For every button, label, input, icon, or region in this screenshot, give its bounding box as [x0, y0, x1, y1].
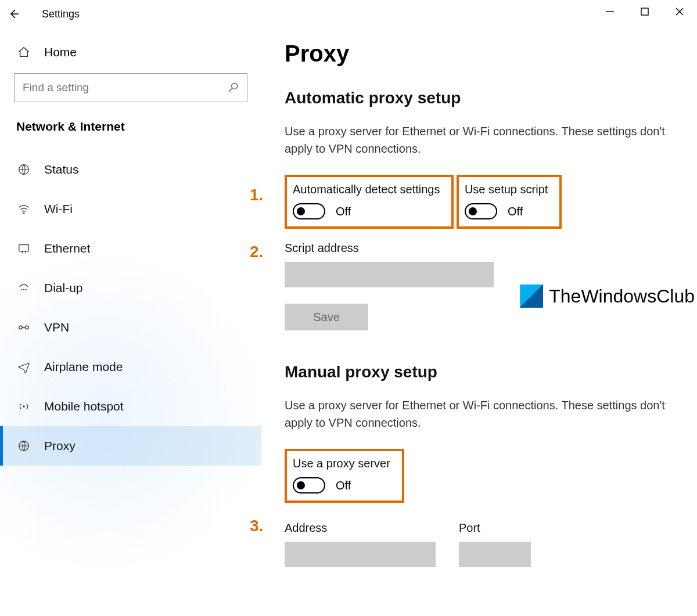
- svg-point-13: [26, 289, 27, 290]
- svg-point-12: [23, 289, 24, 290]
- sidebar-item-label: Dial-up: [44, 281, 83, 295]
- globe-icon: [16, 162, 31, 177]
- sidebar-item-status[interactable]: Status: [0, 150, 261, 189]
- use-proxy-toggle[interactable]: [293, 477, 325, 493]
- airplane-icon: [16, 359, 31, 374]
- svg-point-14: [19, 326, 23, 329]
- address-label: Address: [285, 521, 436, 535]
- svg-rect-1: [641, 8, 648, 15]
- maximize-button[interactable]: [627, 0, 662, 23]
- search-field-wrap: [14, 73, 247, 102]
- svg-rect-8: [19, 245, 29, 251]
- sidebar-item-proxy[interactable]: Proxy: [0, 426, 261, 466]
- sidebar-item-label: Proxy: [44, 439, 76, 453]
- annotation-box-2: Use setup script Off: [457, 175, 562, 229]
- watermark: TheWindowsClub: [520, 284, 695, 308]
- ethernet-icon: [16, 241, 31, 256]
- minimize-button[interactable]: [592, 0, 627, 23]
- titlebar: Settings: [0, 0, 697, 28]
- annotation-2: 2.: [250, 243, 263, 261]
- home-nav[interactable]: Home: [0, 35, 261, 70]
- save-button: Save: [285, 304, 368, 330]
- sidebar-item-label: Wi-Fi: [44, 202, 73, 216]
- back-arrow-icon: [8, 8, 20, 20]
- back-button[interactable]: [0, 0, 28, 28]
- sidebar-item-vpn[interactable]: VPN: [0, 308, 261, 347]
- window-title: Settings: [28, 8, 80, 20]
- auto-detect-toggle[interactable]: [293, 203, 325, 219]
- sidebar-item-hotspot[interactable]: Mobile hotspot: [0, 387, 261, 426]
- use-script-toggle[interactable]: [465, 203, 497, 219]
- port-input: [459, 542, 531, 567]
- minimize-icon: [606, 8, 614, 16]
- manual-section-heading: Manual proxy setup: [285, 363, 691, 381]
- use-proxy-state: Off: [336, 479, 351, 492]
- annotation-box-1: Automatically detect settings Off: [285, 175, 454, 229]
- manual-section-desc: Use a proxy server for Ethernet or Wi-Fi…: [285, 397, 680, 431]
- script-address-label: Script address: [285, 242, 691, 255]
- svg-line-5: [229, 89, 232, 92]
- search-input[interactable]: [14, 73, 247, 102]
- page-title: Proxy: [285, 41, 691, 67]
- search-icon: [228, 81, 239, 96]
- globe-icon: [16, 438, 31, 453]
- home-label: Home: [44, 45, 77, 59]
- sidebar-item-label: Airplane mode: [44, 360, 123, 374]
- use-proxy-label: Use a proxy server: [293, 457, 390, 470]
- vpn-icon: [16, 320, 31, 335]
- sidebar-item-wifi[interactable]: Wi-Fi: [0, 189, 261, 229]
- close-icon: [676, 8, 684, 16]
- auto-section-heading: Automatic proxy setup: [285, 89, 691, 107]
- svg-point-4: [232, 83, 238, 89]
- use-script-state: Off: [508, 205, 523, 218]
- use-script-label: Use setup script: [465, 183, 548, 196]
- category-title: Network & Internet: [0, 116, 261, 150]
- script-address-input: [285, 262, 494, 287]
- watermark-logo-icon: [520, 284, 543, 308]
- hotspot-icon: [16, 399, 31, 414]
- wifi-icon: [16, 201, 31, 217]
- sidebar-item-ethernet[interactable]: Ethernet: [0, 229, 261, 268]
- sidebar: Home Network & Internet Status Wi-Fi Eth…: [0, 35, 261, 615]
- svg-point-15: [26, 326, 29, 329]
- auto-detect-state: Off: [336, 205, 351, 218]
- home-icon: [16, 45, 31, 60]
- watermark-text: TheWindowsClub: [549, 286, 695, 307]
- sidebar-item-airplane[interactable]: Airplane mode: [0, 347, 261, 387]
- close-button[interactable]: [662, 0, 697, 23]
- sidebar-item-label: Mobile hotspot: [44, 399, 124, 413]
- annotation-3: 3.: [250, 517, 263, 535]
- sidebar-item-label: VPN: [44, 320, 69, 334]
- maximize-icon: [641, 8, 649, 16]
- port-label: Port: [459, 521, 531, 535]
- sidebar-item-label: Ethernet: [44, 242, 90, 255]
- dialup-icon: [16, 280, 31, 296]
- svg-point-11: [21, 289, 22, 290]
- window-controls: [592, 0, 697, 23]
- sidebar-item-dialup[interactable]: Dial-up: [0, 268, 261, 308]
- annotation-box-3: Use a proxy server Off: [285, 449, 404, 503]
- sidebar-item-label: Status: [44, 163, 79, 176]
- auto-detect-label: Automatically detect settings: [293, 183, 440, 196]
- address-input: [285, 542, 436, 567]
- auto-section-desc: Use a proxy server for Ethernet or Wi-Fi…: [285, 123, 680, 157]
- svg-point-7: [23, 212, 25, 214]
- svg-point-17: [23, 405, 25, 408]
- annotation-1: 1.: [250, 186, 263, 204]
